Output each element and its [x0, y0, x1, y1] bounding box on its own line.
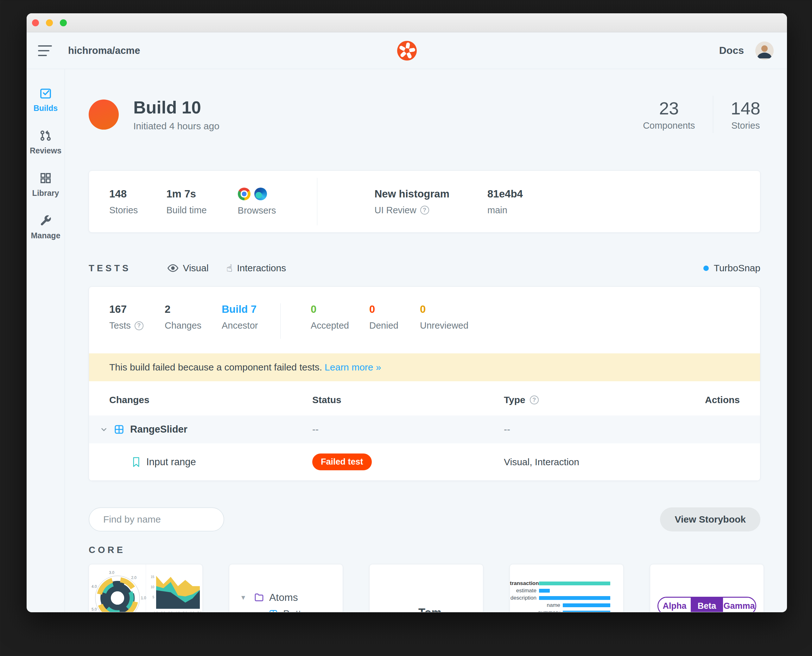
help-icon[interactable]: ? — [530, 396, 539, 404]
x-tick: 1.0 — [154, 611, 158, 612]
minimize-window-button[interactable] — [46, 19, 53, 26]
segment-gamma[interactable]: Gamma — [723, 598, 755, 612]
story-card-tree[interactable]: ▾ Atoms ▸ Button — [229, 564, 343, 612]
sidebar-item-label: Manage — [31, 231, 60, 240]
col-type: Type ? — [504, 395, 692, 405]
bar-row: description — [510, 594, 623, 602]
ui-review-link[interactable]: New histogram — [374, 188, 449, 200]
build-subtitle: Initiated 4 hours ago — [133, 121, 219, 132]
segment-beta[interactable]: Beta — [691, 598, 723, 612]
sidebar-item-label: Library — [32, 189, 59, 198]
table-row-story[interactable]: Input range Failed test Visual, Interact… — [89, 443, 760, 480]
chrome-browser-icon — [238, 187, 250, 200]
story-card-charts[interactable]: 1.02.03.04.05.06.07.0 151051.02.03.04.05… — [89, 564, 203, 612]
col-actions: Actions — [692, 395, 740, 405]
wrench-icon — [39, 214, 52, 227]
divider — [317, 178, 317, 225]
close-window-button[interactable] — [32, 19, 39, 26]
builds-icon — [39, 87, 52, 99]
chromatic-logo-icon[interactable] — [397, 41, 417, 60]
segment-alpha[interactable]: Alpha — [658, 598, 691, 612]
components-count: 23 Components — [643, 98, 695, 131]
divider — [280, 303, 281, 339]
bar-chart-rows: transactionestimatedescriptionnamesummar… — [510, 565, 623, 612]
tests-card: 167 Tests ? 2 Changes Build 7 Ancestor — [89, 286, 760, 481]
library-toolbar: View Storybook — [89, 507, 760, 531]
segmented-control-purple: Alpha Beta Gamma — [658, 597, 756, 612]
build-header: Build 10 Initiated 4 hours ago 23 Compon… — [89, 96, 760, 133]
story-card-bar-chart[interactable]: transactionestimatedescriptionnamesummar… — [509, 564, 624, 612]
help-icon[interactable]: ? — [420, 206, 429, 215]
turbosnap-dot-icon — [703, 266, 709, 271]
search-box[interactable] — [89, 507, 224, 531]
profile-name: Tom Coleman — [418, 606, 483, 612]
bar-row: estimate — [510, 587, 623, 594]
chevron-down-icon[interactable]: ▾ — [241, 593, 249, 602]
user-avatar[interactable] — [755, 42, 774, 60]
stat-tests: 167 Tests ? — [109, 303, 165, 331]
x-tick: 6.0 — [190, 611, 195, 612]
tree-item-component[interactable]: ▸ Button — [241, 606, 343, 612]
docs-link[interactable]: Docs — [719, 45, 744, 56]
polar-tick: 2.0 — [131, 576, 136, 580]
build-summary-card: 148 Stories 1m 7s Build time Browsers N — [89, 170, 760, 233]
chevron-down-icon[interactable] — [100, 425, 108, 433]
area-chart-thumbnail: 151051.02.03.04.05.06.07.0 — [146, 565, 202, 612]
story-cards-row: 1.02.03.04.05.06.07.0 151051.02.03.04.05… — [89, 564, 760, 612]
project-breadcrumb[interactable]: hichroma/acme — [68, 45, 140, 56]
ancestor-build-link[interactable]: Build 7 — [222, 303, 280, 315]
sidebar-item-label: Reviews — [30, 146, 62, 155]
sidebar-item-label: Builds — [34, 104, 58, 113]
zoom-window-button[interactable] — [60, 19, 67, 26]
sidebar-item-manage[interactable]: Manage — [31, 214, 60, 240]
status-badge: Failed test — [312, 453, 372, 470]
search-input[interactable] — [103, 514, 225, 525]
y-tick: 15 — [148, 575, 154, 579]
help-icon[interactable]: ? — [134, 321, 144, 330]
story-card-profile[interactable]: Tom Coleman domyen — [369, 564, 483, 612]
build-failed-banner: This build failed because a component fa… — [89, 353, 760, 381]
sidebar-item-library[interactable]: Library — [32, 172, 59, 198]
summary-ui-review: New histogram UI Review ? — [374, 188, 449, 215]
story-card-segmented[interactable]: Alpha Beta Gamma Alpha Beta — [650, 564, 764, 612]
folder-icon — [254, 592, 264, 602]
visual-toggle[interactable]: Visual — [168, 263, 208, 274]
build-status-avatar — [89, 99, 119, 130]
menu-icon[interactable] — [38, 45, 53, 56]
x-tick: 2.0 — [161, 611, 165, 612]
sidebar-item-builds[interactable]: Builds — [34, 87, 58, 113]
commit-link[interactable]: 81e4b4 — [488, 188, 523, 200]
page-title: Build 10 — [133, 97, 219, 118]
x-tick: 7.0 — [197, 611, 202, 612]
core-section-title: CORE — [89, 545, 760, 555]
stat-ancestor: Build 7 Ancestor — [222, 303, 280, 331]
table-row-component[interactable]: RangeSlider -- -- — [89, 415, 760, 443]
chevron-right-icon[interactable]: ▸ — [256, 610, 264, 612]
turbosnap-chip[interactable]: TurboSnap — [703, 263, 760, 274]
stat-changes: 2 Changes — [165, 303, 222, 331]
y-tick: 5 — [148, 596, 154, 599]
tests-section-header: TESTS Visual ☝ Interactions TurboSnap — [89, 262, 760, 274]
polar-tick: 5.0 — [91, 607, 97, 612]
interactions-toggle[interactable]: ☝ Interactions — [227, 262, 286, 274]
tests-stats-row: 167 Tests ? 2 Changes Build 7 Ancestor — [89, 287, 760, 353]
profile-avatar — [380, 612, 410, 612]
pointer-hand-icon: ☝ — [227, 262, 232, 274]
bookmark-icon — [132, 456, 140, 467]
table-header: Changes Status Type ? Actions — [89, 381, 760, 415]
app-window: hichroma/acme Docs — [26, 13, 787, 612]
sidebar-item-reviews[interactable]: Reviews — [30, 129, 62, 155]
x-tick: 4.0 — [176, 611, 180, 612]
learn-more-link[interactable]: Learn more » — [324, 362, 381, 372]
component-icon — [269, 609, 278, 612]
tree-item-folder[interactable]: ▾ Atoms — [241, 589, 343, 606]
view-storybook-button[interactable]: View Storybook — [660, 507, 760, 531]
bar-row: name — [510, 602, 623, 609]
summary-stories: 148 Stories — [109, 188, 138, 215]
stat-unreviewed: 0 Unreviewed — [420, 303, 468, 331]
summary-build-time: 1m 7s Build time — [166, 188, 207, 215]
eye-icon — [168, 263, 178, 274]
bar-row: summary — [510, 609, 623, 612]
component-tree: ▾ Atoms ▸ Button — [229, 565, 343, 612]
polar-chart-thumbnail: 1.02.03.04.05.06.07.0 — [89, 565, 146, 612]
